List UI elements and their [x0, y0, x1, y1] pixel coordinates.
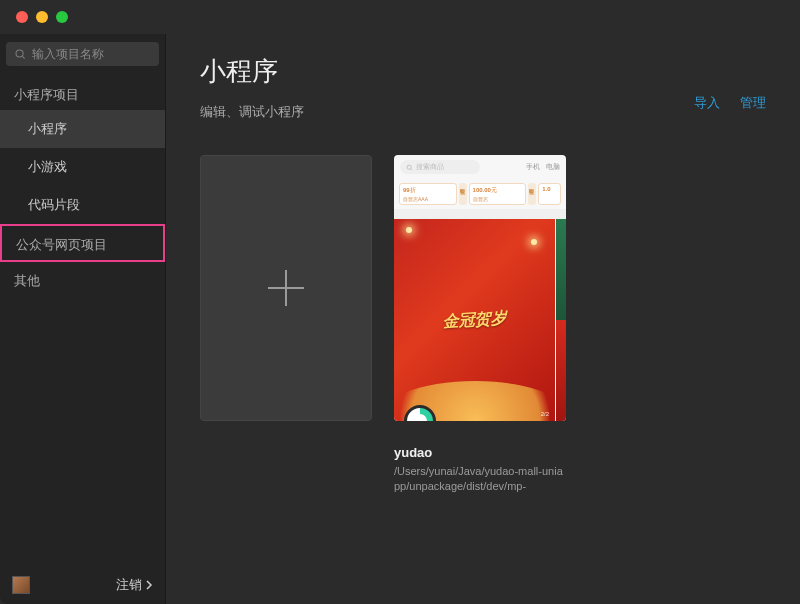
sidebar-item-miniprogram[interactable]: 小程序	[0, 110, 165, 148]
svg-line-3	[411, 168, 412, 169]
new-project-card[interactable]	[200, 155, 372, 495]
preview-tab-phone: 手机	[526, 162, 540, 172]
logout-button[interactable]: 注销	[116, 576, 153, 594]
preview-coupon: 1.0	[538, 183, 561, 205]
import-button[interactable]: 导入	[694, 94, 720, 112]
preview-coupon: 99折 自营店AAA	[399, 183, 457, 205]
maximize-window-button[interactable]	[56, 11, 68, 23]
search-icon	[406, 164, 413, 171]
plus-icon	[268, 270, 304, 306]
preview-banner-text: 金冠贺岁	[442, 307, 507, 332]
project-search[interactable]	[6, 42, 159, 66]
project-search-input[interactable]	[32, 47, 151, 61]
preview-tab-pc: 电脑	[546, 162, 560, 172]
search-icon	[14, 47, 26, 61]
sidebar-section-official-account-web[interactable]: 公众号网页项目	[0, 224, 165, 262]
sidebar-item-code-snippet[interactable]: 代码片段	[0, 186, 165, 224]
project-preview: 搜索商品 手机 电脑 99折 自营店AAA 立即领取	[394, 155, 566, 421]
sidebar: 小程序项目 小程序 小游戏 代码片段 公众号网页项目 其他 注销	[0, 34, 166, 604]
project-card[interactable]: 搜索商品 手机 电脑 99折 自营店AAA 立即领取	[394, 155, 566, 495]
preview-search-placeholder: 搜索商品	[416, 162, 444, 172]
preview-coupon-button: 立即领取	[459, 183, 467, 205]
preview-pagination: 2/2	[541, 411, 549, 417]
sidebar-item-minigame[interactable]: 小游戏	[0, 148, 165, 186]
main-panel: 小程序 编辑、调试小程序 导入 管理 搜索商品	[166, 34, 800, 604]
user-avatar[interactable]	[12, 576, 30, 594]
svg-point-2	[407, 165, 411, 169]
logout-label: 注销	[116, 576, 142, 594]
page-title: 小程序	[200, 54, 766, 89]
manage-button[interactable]: 管理	[740, 94, 766, 112]
sidebar-section-other[interactable]: 其他	[0, 262, 165, 296]
titlebar	[0, 0, 800, 34]
sidebar-section-miniprogram-projects: 小程序项目	[0, 76, 165, 110]
minimize-window-button[interactable]	[36, 11, 48, 23]
preview-coupon-button: 立即领取	[528, 183, 536, 205]
page-subtitle: 编辑、调试小程序	[200, 103, 766, 121]
close-window-button[interactable]	[16, 11, 28, 23]
project-path: /Users/yunai/Java/yudao-mall-uniapp/unpa…	[394, 464, 566, 495]
svg-point-0	[16, 50, 23, 57]
svg-line-1	[22, 56, 24, 58]
preview-side-banner	[556, 219, 566, 421]
project-name: yudao	[394, 445, 566, 460]
preview-coupon: 100.00元 自营店	[469, 183, 527, 205]
chevron-right-icon	[146, 580, 153, 590]
preview-banner: 金冠贺岁 2/2	[394, 219, 555, 421]
project-icon	[407, 408, 433, 421]
